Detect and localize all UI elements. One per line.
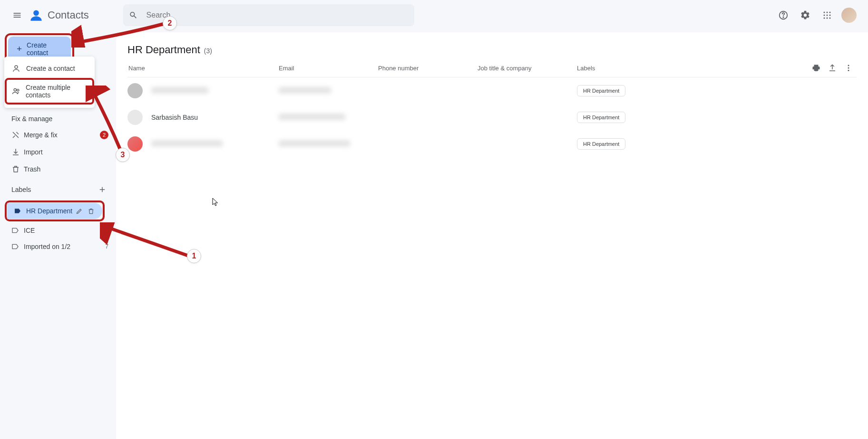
create-a-contact-label: Create a contact <box>26 65 75 72</box>
hamburger-icon <box>12 10 22 20</box>
svg-point-9 <box>824 18 825 19</box>
import-item[interactable]: Import <box>0 143 116 161</box>
contact-avatar <box>127 136 143 152</box>
merge-fix-badge: 2 <box>100 131 108 139</box>
cursor-icon <box>212 198 219 206</box>
trash-icon <box>11 165 24 173</box>
contact-row[interactable]: HR Department <box>127 77 857 104</box>
search-icon <box>129 10 138 20</box>
plus-icon: + <box>17 44 22 54</box>
upload-icon <box>828 64 837 72</box>
more-vert-icon <box>844 64 853 72</box>
svg-point-7 <box>827 15 828 16</box>
annotation-2: 2 <box>163 16 177 30</box>
contacts-logo-icon <box>29 9 43 22</box>
sidebar: + Create contact Create a contact Create… <box>0 30 116 439</box>
label-name: ICE <box>24 227 105 234</box>
people-icon <box>11 87 21 95</box>
svg-point-5 <box>829 12 831 13</box>
label-icon <box>14 207 26 215</box>
more-button[interactable] <box>844 64 853 72</box>
contact-row[interactable]: Sarbasish Basu HR Department <box>127 104 857 131</box>
page-title: HR Department (3) <box>127 44 857 56</box>
tools-icon <box>11 131 24 139</box>
labels-header: Labels <box>0 178 116 200</box>
contact-labels: HR Department <box>577 112 857 123</box>
person-icon <box>11 64 21 73</box>
svg-point-12 <box>15 66 18 68</box>
main-content: HR Department (3) Name Email Phone numbe… <box>116 32 868 439</box>
labels-title: Labels <box>11 186 96 193</box>
header-actions <box>774 6 860 25</box>
label-chip[interactable]: HR Department <box>577 85 625 96</box>
pencil-icon[interactable] <box>76 208 83 215</box>
annotation-1: 1 <box>187 249 201 263</box>
svg-point-8 <box>829 15 831 16</box>
contact-row[interactable]: HR Department <box>127 131 857 157</box>
table-header: Name Email Phone number Job title & comp… <box>127 56 857 77</box>
contact-labels: HR Department <box>577 138 857 150</box>
label-ice[interactable]: ICE 3 <box>0 222 116 239</box>
trash-item[interactable]: Trash <box>0 161 116 178</box>
print-button[interactable] <box>812 64 820 72</box>
contact-avatar <box>127 110 143 125</box>
label-name: HR Department <box>26 207 76 215</box>
label-hr-department[interactable]: HR Department <box>7 203 102 219</box>
label-count: 3 <box>105 227 108 234</box>
col-phone: Phone number <box>378 65 478 72</box>
label-chip[interactable]: HR Department <box>577 112 625 123</box>
merge-fix-label: Merge & fix <box>24 131 100 139</box>
create-a-contact-item[interactable]: Create a contact <box>4 59 95 77</box>
label-chip[interactable]: HR Department <box>577 138 625 150</box>
contact-name <box>151 87 279 95</box>
create-multiple-contacts-item[interactable]: Create multiple contacts <box>7 80 92 103</box>
create-contact-label: Create contact <box>27 41 62 57</box>
help-button[interactable] <box>774 6 793 25</box>
svg-point-14 <box>17 89 19 91</box>
svg-point-11 <box>829 18 831 19</box>
help-icon <box>778 10 789 20</box>
apps-button[interactable] <box>818 6 837 25</box>
svg-point-13 <box>14 88 16 91</box>
svg-point-3 <box>824 12 825 13</box>
svg-point-16 <box>848 65 849 66</box>
label-imported[interactable]: Imported on 1/2 7 <box>0 239 116 255</box>
main-menu-button[interactable] <box>8 6 27 25</box>
app-logo: Contacts <box>29 9 89 22</box>
print-icon <box>812 64 820 72</box>
app-title: Contacts <box>48 9 89 21</box>
plus-icon <box>98 185 107 194</box>
svg-point-4 <box>827 12 828 13</box>
trash-label: Trash <box>24 165 108 173</box>
search-input[interactable] <box>146 11 409 19</box>
apps-grid-icon <box>823 11 831 19</box>
label-count: 7 <box>105 243 108 250</box>
contact-labels: HR Department <box>577 85 857 96</box>
download-icon <box>11 148 24 156</box>
contact-email <box>279 140 378 148</box>
fix-manage-section: Fix & manage <box>0 107 116 126</box>
col-email: Email <box>279 65 378 72</box>
merge-fix-item[interactable]: Merge & fix 2 <box>0 126 116 143</box>
gear-icon <box>800 10 810 20</box>
contact-name <box>151 140 279 148</box>
import-label: Import <box>24 148 108 156</box>
add-label-button[interactable] <box>96 183 108 196</box>
annotation-3: 3 <box>116 148 130 162</box>
label-name: Imported on 1/2 <box>24 243 105 250</box>
create-dropdown: Create a contact Create multiple contact… <box>4 57 95 108</box>
export-button[interactable] <box>828 64 837 72</box>
contact-name: Sarbasish Basu <box>151 114 279 121</box>
contact-avatar <box>127 83 143 98</box>
account-avatar[interactable] <box>841 8 857 23</box>
svg-point-17 <box>848 67 849 69</box>
svg-point-0 <box>33 10 39 16</box>
col-name: Name <box>127 65 279 72</box>
settings-button[interactable] <box>796 6 815 25</box>
label-icon <box>11 227 24 234</box>
page-title-text: HR Department <box>127 44 200 56</box>
col-labels: Labels <box>577 65 812 72</box>
delete-icon[interactable] <box>88 208 95 215</box>
col-job: Job title & company <box>478 65 577 72</box>
svg-point-18 <box>848 70 849 71</box>
